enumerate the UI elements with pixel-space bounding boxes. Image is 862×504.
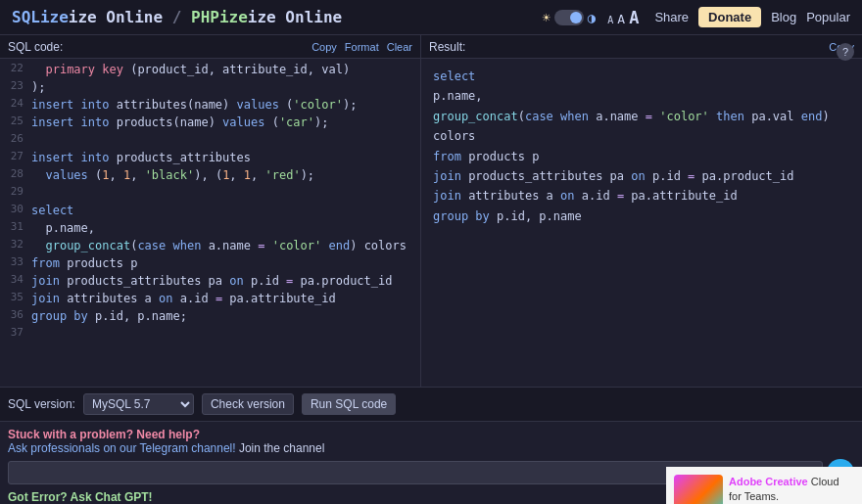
telegram-channel-link[interactable]: Ask professionals on our Telegram channe… [8,441,236,455]
code-line: 36 group by p.id, p.name; [0,307,420,325]
format-sql-button[interactable]: Format [345,41,379,53]
logo-php: PHPize [191,8,248,26]
blog-link[interactable]: Blog [771,10,796,24]
sun-icon: ☀ [542,10,550,25]
popular-link[interactable]: Popular [806,10,850,24]
logo-sql: SQLize [12,8,69,26]
result-line: join products_attributes pa on p.id = pa… [433,166,850,186]
donate-button[interactable]: Donate [698,7,761,27]
logo-slash: / [172,8,191,26]
editor-label: SQL code: [8,40,63,54]
code-line: 27 insert into products_attributes [0,149,420,166]
result-line: select [433,67,850,86]
sql-editor-panel: SQL code: Copy Format Clear 22 primary k… [0,35,421,387]
version-label: SQL version: [8,397,75,411]
result-line: from products p [433,147,850,166]
check-version-button[interactable]: Check version [202,393,294,415]
editor-header: SQL code: Copy Format Clear [0,35,420,59]
code-line: 34 join products_attributes pa on p.id =… [0,272,420,290]
result-label: Result: [429,40,465,54]
result-line: group by p.id, p.name [433,206,850,226]
code-line: 26 [0,131,420,149]
code-line: 33 from products p [0,254,420,272]
ad-content: Adobe Creative Cloud for Teams. Put crea… [729,475,854,504]
result-line: p.name, [433,86,850,106]
logo-ize2: ize Online [248,8,342,26]
help-icon-button[interactable]: ? [837,43,854,61]
ad-image [674,475,723,504]
result-header: Result: Copy [421,35,862,59]
help-subtitle: Ask professionals on our Telegram channe… [8,441,854,455]
header: SQLizeize Online / PHPizeize Online ☀ ◑ … [0,0,862,35]
code-line: 25 insert into products(name) values ('c… [0,114,420,131]
theme-toggle-switch[interactable] [554,10,584,25]
font-small-button[interactable]: A [607,15,613,25]
result-line: group_concat(case when a.name = 'color' … [433,107,850,147]
ad-brand: Adobe Creative [729,476,808,487]
theme-toggle[interactable]: ☀ ◑ [542,10,596,25]
font-medium-button[interactable]: A [617,12,625,26]
join-label: Join the channel [239,441,324,455]
font-size-controls: A A A [607,8,639,27]
logo-ize1: ize Online [69,8,163,26]
code-line: 35 join attributes a on a.id = pa.attrib… [0,290,420,307]
code-line: 23 ); [0,78,420,96]
ad-banner: Adobe Creative Cloud for Teams. Put crea… [666,467,862,504]
run-sql-button[interactable]: Run SQL code [302,393,396,415]
moon-icon: ◑ [588,10,596,25]
share-link[interactable]: Share [654,10,689,24]
code-line: 24 insert into attributes(name) values (… [0,96,420,114]
result-output: select p.name, group_concat(case when a.… [421,59,862,387]
copy-sql-button[interactable]: Copy [311,41,337,53]
editor-actions: Copy Format Clear [311,41,412,53]
help-title: Stuck with a problem? Need help? [8,428,854,441]
font-large-button[interactable]: A [629,8,639,27]
code-line: 29 [0,184,420,202]
sql-code-editor[interactable]: 22 primary key (product_id, attribute_id… [0,59,420,387]
result-panel: Result: Copy select p.name, group_concat… [421,35,862,387]
code-line: 28 values (1, 1, 'black'), (1, 1, 'red')… [0,166,420,184]
version-select[interactable]: MySQL 5.7 MySQL 8.0 MariaDB 10 PostgreSQ… [83,393,194,415]
code-line: 32 group_concat(case when a.name = 'colo… [0,237,420,254]
code-line: 37 [0,325,420,343]
code-line: 22 primary key (product_id, attribute_id… [0,61,420,78]
code-line: 31 p.name, [0,219,420,237]
bottom-toolbar: SQL version: MySQL 5.7 MySQL 8.0 MariaDB… [0,387,862,421]
code-line: 30 select [0,202,420,219]
result-line: join attributes a on a.id = pa.attribute… [433,186,850,206]
main-layout: SQL code: Copy Format Clear 22 primary k… [0,35,862,387]
header-nav: Share Donate Blog Popular [654,7,850,27]
logo: SQLizeize Online / PHPizeize Online [12,8,342,26]
clear-sql-button[interactable]: Clear [387,41,412,53]
